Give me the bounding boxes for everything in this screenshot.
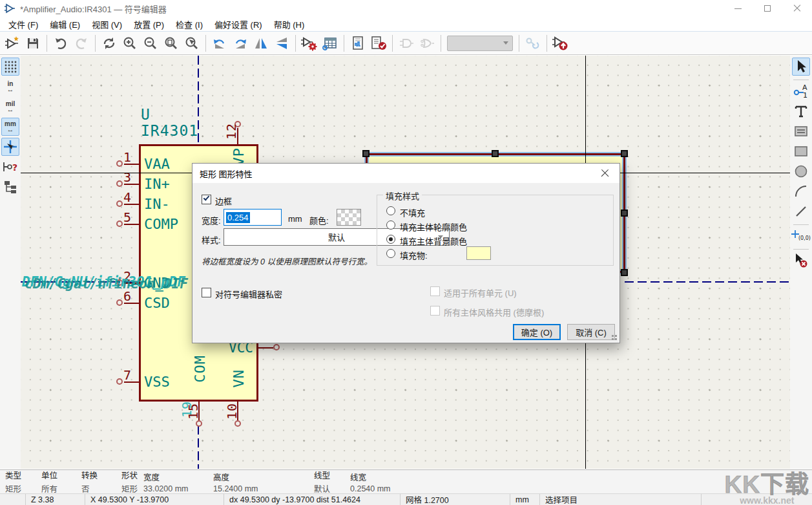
zoom-to-fit-button[interactable] xyxy=(161,34,182,53)
zoom-in-icon xyxy=(122,36,138,51)
dialog-close-button[interactable] xyxy=(590,164,619,182)
window-title: *Amplifier_Audio:IR4301 — 符号编辑器 xyxy=(20,3,167,15)
toolbar-separator xyxy=(793,80,809,80)
mirror-horizontal-icon xyxy=(253,36,269,51)
symbol-properties-button[interactable] xyxy=(299,34,320,53)
toggle-grid-button[interactable] xyxy=(1,58,19,76)
draw-rectangle-button[interactable] xyxy=(792,142,810,160)
fill-color-swatch[interactable] xyxy=(466,246,491,260)
new-symbol-button[interactable] xyxy=(2,34,23,53)
fill-custom-radio[interactable] xyxy=(386,249,395,258)
resize-handle-top-center[interactable] xyxy=(492,150,499,157)
place-textbox-button[interactable] xyxy=(792,122,810,140)
fill-custom-label[interactable]: 填充物: xyxy=(400,249,428,261)
fill-none-radio[interactable] xyxy=(386,206,395,215)
toolbar-separator xyxy=(547,35,547,52)
draw-arc-button[interactable] xyxy=(792,182,810,200)
private-checkbox[interactable] xyxy=(202,288,211,297)
mirror-vertical-button[interactable] xyxy=(271,34,292,53)
demorgan-standard-button xyxy=(396,34,417,53)
delete-tool-button[interactable] xyxy=(792,252,810,270)
mirror-horizontal-button[interactable] xyxy=(251,34,271,53)
symbol-value[interactable]: IR4301 xyxy=(141,122,198,139)
dialog-resize-grip[interactable] xyxy=(610,334,618,341)
info-header: 宽度 xyxy=(143,471,213,483)
info-value: 33.0200 mm xyxy=(143,484,213,493)
place-pin-button[interactable]: A1 xyxy=(792,82,810,100)
fill-background-color-radio[interactable] xyxy=(386,235,395,244)
menu-preferences[interactable]: 偏好设置 (R) xyxy=(209,17,268,32)
refresh-view-button[interactable] xyxy=(99,34,120,53)
rotate-cw-button[interactable] xyxy=(230,34,251,53)
symbol-reference[interactable]: U xyxy=(141,106,151,123)
zoom-in-button[interactable] xyxy=(120,34,140,53)
rotate-ccw-button[interactable] xyxy=(209,34,230,53)
zoom-out-button[interactable] xyxy=(140,34,161,53)
menu-edit[interactable]: 编辑 (E) xyxy=(44,17,86,32)
right-toolbar: A1 (0,0) xyxy=(790,56,812,469)
grid-icon xyxy=(4,60,17,73)
menu-file[interactable]: 文件 (F) xyxy=(3,17,44,32)
pin-end-circle xyxy=(234,420,241,427)
maximize-button[interactable] xyxy=(753,0,782,17)
show-datasheet-button[interactable] xyxy=(348,34,368,53)
width-arrow-icon: ↔ xyxy=(7,87,14,92)
mirror-vertical-icon xyxy=(274,36,289,51)
ok-button[interactable]: 确定 (O) xyxy=(513,324,561,340)
close-button[interactable] xyxy=(782,0,812,17)
delete-tool-icon xyxy=(793,253,809,268)
symbol-tree-button[interactable] xyxy=(1,178,19,196)
pin-name: COMP xyxy=(144,216,178,232)
place-text-button[interactable] xyxy=(792,102,810,120)
fill-background-color-label[interactable]: 填充主体背景颜色 xyxy=(400,235,467,247)
draw-line-button[interactable] xyxy=(792,202,810,220)
save-button[interactable] xyxy=(23,34,43,53)
minimize-button[interactable] xyxy=(723,0,753,17)
symbol-field-text[interactable]: cDm/Cgat/nfineon_DIF xyxy=(25,276,188,292)
select-tool-button[interactable] xyxy=(792,58,810,76)
units-mils-button[interactable]: mil ↔ xyxy=(1,98,19,116)
pin-end-circle xyxy=(196,420,202,427)
cancel-button[interactable]: 取消 (C) xyxy=(567,324,615,340)
check-symbol-button[interactable] xyxy=(368,34,389,53)
resize-handle-bottom-right[interactable] xyxy=(621,269,628,276)
toolbar-separator xyxy=(793,224,809,225)
resize-handle-top-right[interactable] xyxy=(621,150,628,157)
units-mm-button[interactable]: mm ↔ xyxy=(1,118,19,136)
border-width-input[interactable]: 0.254 xyxy=(224,209,282,226)
fill-outline-color-label[interactable]: 填充主体轮廓颜色 xyxy=(400,220,467,233)
zoom-to-selection-button[interactable] xyxy=(182,34,202,53)
menu-inspect[interactable]: 检查 (I) xyxy=(170,17,209,32)
menu-help[interactable]: 帮助 (H) xyxy=(268,17,311,32)
checkmark-icon xyxy=(203,194,210,200)
border-checkbox[interactable] xyxy=(202,195,211,204)
menu-view[interactable]: 视图 (V) xyxy=(86,17,128,32)
units-inches-button[interactable]: in ↔ xyxy=(1,78,19,96)
style-label: 样式: xyxy=(202,233,221,246)
resize-handle-top-left[interactable] xyxy=(362,150,370,157)
export-symbol-button[interactable] xyxy=(550,34,571,53)
resize-handle-right-middle[interactable] xyxy=(621,210,628,217)
dialog-title: 矩形 图形特性 xyxy=(200,167,253,180)
refresh-view-icon xyxy=(101,36,117,51)
pin-electrical-types-button[interactable]: ? xyxy=(1,158,19,176)
menu-place[interactable]: 放置 (P) xyxy=(128,17,170,32)
draw-circle-button[interactable] xyxy=(792,162,810,180)
dialog-title-bar[interactable]: 矩形 图形特性 xyxy=(193,164,619,183)
pin-table-button[interactable] xyxy=(320,34,340,53)
undo-button[interactable] xyxy=(50,34,71,53)
arc-tool-icon xyxy=(794,184,808,199)
set-anchor-button[interactable]: (0,0) xyxy=(792,227,810,245)
border-checkbox-label[interactable]: 边框 xyxy=(215,195,232,207)
pin-number: 12 xyxy=(224,123,239,140)
fill-outline-color-radio[interactable] xyxy=(386,220,395,230)
redo-icon xyxy=(74,36,88,50)
crosshair-cursor-button[interactable] xyxy=(1,138,19,156)
pin-line[interactable] xyxy=(258,347,273,349)
private-checkbox-label[interactable]: 对符号编辑器私密 xyxy=(215,288,282,300)
border-color-swatch[interactable] xyxy=(337,209,361,226)
sync-pins-icon xyxy=(525,36,541,51)
pin-number: 10 xyxy=(224,403,240,420)
fill-none-label[interactable]: 不填充 xyxy=(400,206,425,219)
close-icon xyxy=(793,5,801,12)
